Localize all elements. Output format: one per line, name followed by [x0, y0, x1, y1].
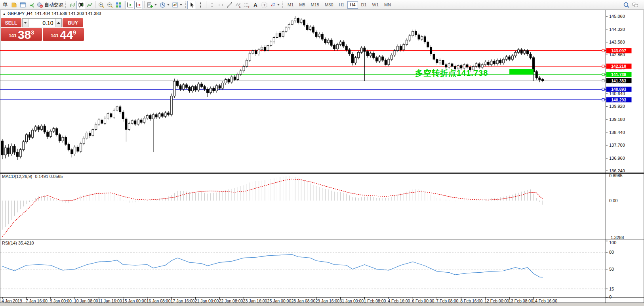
candlestick-chart-icon[interactable]	[76, 1, 85, 9]
candle-body	[222, 83, 224, 88]
timeframe-w1[interactable]: W1	[370, 1, 381, 9]
level-line-handle[interactable]	[602, 65, 604, 67]
clipped-order-label[interactable]: 单	[1, 1, 10, 9]
candle-body	[164, 113, 166, 117]
timeframe-h1[interactable]: H1	[336, 1, 347, 9]
candle-body	[535, 72, 537, 78]
candle-body	[490, 61, 492, 65]
timeframe-m5[interactable]: M5	[297, 1, 307, 9]
candle-body	[47, 132, 49, 136]
time-tick-label: 10 Jan 08:00	[74, 298, 98, 303]
candle-body	[345, 46, 347, 50]
candle-body	[59, 135, 61, 141]
level-line-handle[interactable]	[602, 80, 604, 82]
timeframe-h4[interactable]: H4	[347, 1, 358, 9]
buy-price-big: 44	[60, 29, 73, 40]
candle-body	[80, 143, 82, 151]
candle-body	[375, 57, 377, 61]
crosshair-icon[interactable]	[196, 1, 205, 9]
time-tick-label: 29 Jan 16:00	[315, 298, 339, 303]
level-line-handle[interactable]	[602, 99, 604, 101]
icon-art	[107, 2, 113, 8]
glyph-text: 单	[3, 1, 8, 8]
volume-input[interactable]	[29, 19, 55, 27]
zoom-in-icon[interactable]	[97, 1, 105, 9]
bar-chart-icon[interactable]	[68, 1, 76, 9]
chart-window-icon[interactable]	[18, 1, 27, 9]
templates-icon[interactable]	[171, 1, 184, 9]
icon-art	[127, 2, 133, 8]
chart-shift-icon[interactable]	[134, 1, 143, 9]
candle-body	[388, 59, 390, 65]
arrows-tool-icon[interactable]	[269, 1, 281, 9]
timeframe-m1[interactable]: M1	[285, 1, 296, 9]
candle-body	[481, 65, 483, 67]
horizontal-line-icon[interactable]	[216, 1, 225, 9]
vertical-line-icon[interactable]	[208, 1, 216, 9]
volume-decrease-button[interactable]	[23, 19, 29, 27]
text-label-icon[interactable]: T	[260, 1, 269, 9]
candle-body	[354, 57, 356, 63]
trendline-icon[interactable]	[225, 1, 234, 9]
icon-art	[209, 2, 215, 8]
price-tick-label: 137.700	[609, 143, 625, 147]
auto-trading-button[interactable]: 自动交易	[36, 1, 64, 9]
candle-body	[65, 137, 67, 144]
elliott-wave-icon[interactable]: E	[234, 1, 242, 9]
candle-body	[349, 50, 351, 54]
timeframe-m30[interactable]: M30	[322, 1, 335, 9]
candle-body	[32, 130, 34, 138]
cursor-icon[interactable]	[187, 1, 196, 9]
signals-icon[interactable]	[27, 1, 36, 9]
toolbar-group	[622, 1, 639, 9]
green-rectangle-object[interactable]	[509, 69, 533, 75]
buy-button[interactable]: BUY	[63, 18, 83, 27]
svg-text:E: E	[239, 5, 241, 8]
dropdown-arrow-icon[interactable]	[167, 4, 170, 6]
fibonacci-icon[interactable]: F	[242, 1, 251, 9]
periods-icon[interactable]	[158, 1, 171, 9]
toolbar-group	[187, 1, 205, 9]
dropdown-arrow-icon[interactable]	[277, 4, 280, 6]
candle-body	[176, 81, 178, 86]
candle-body	[50, 131, 51, 136]
timeframe-d1[interactable]: D1	[359, 1, 369, 9]
chart-canvas[interactable]: MACD(12,26,9) -0.1491 0.0565RSI(14) 35.4…	[0, 10, 644, 306]
level-line-handle[interactable]	[602, 73, 604, 76]
sell-button[interactable]: SELL	[1, 18, 21, 27]
line-chart-icon[interactable]	[85, 1, 94, 9]
level-line-handle[interactable]	[602, 50, 604, 52]
candle-body	[95, 124, 97, 129]
candle-body	[143, 118, 145, 122]
time-tick-label: 11 Jan 16:00	[98, 298, 122, 303]
candle-body	[131, 120, 133, 123]
candle-body	[391, 55, 392, 59]
search-icon[interactable]	[622, 1, 631, 9]
chat-icon[interactable]	[631, 1, 639, 9]
dropdown-arrow-icon[interactable]	[180, 4, 182, 6]
candle-body	[155, 115, 157, 117]
candle-body	[107, 114, 109, 118]
candle-body	[505, 57, 507, 59]
text-tool-icon[interactable]: A	[251, 1, 260, 9]
new-order-icon[interactable]	[146, 1, 158, 9]
collapse-arrow-icon[interactable]: ▲	[3, 12, 6, 15]
volume-increase-button[interactable]	[55, 19, 62, 27]
sell-price-box[interactable]: 141 38 3	[1, 28, 42, 41]
candle-body	[321, 34, 323, 39]
trade-panel-row2: 141 38 3 141 44 9	[1, 28, 84, 41]
dropdown-arrow-icon[interactable]	[154, 4, 157, 6]
zoom-out-icon[interactable]	[105, 1, 114, 9]
toolbar-group	[97, 1, 123, 9]
candle-body	[297, 18, 299, 23]
candle-body	[264, 47, 266, 51]
candle-body	[509, 57, 511, 59]
buy-price-box[interactable]: 141 44 9	[43, 28, 84, 41]
candle-body	[448, 64, 450, 67]
auto-scroll-icon[interactable]	[126, 1, 134, 9]
timeframe-m15[interactable]: M15	[309, 1, 322, 9]
timeframe-mn[interactable]: MN	[382, 1, 393, 9]
order-book-icon[interactable]	[10, 1, 18, 9]
tile-windows-icon[interactable]	[114, 1, 123, 9]
level-line-handle[interactable]	[602, 88, 604, 90]
